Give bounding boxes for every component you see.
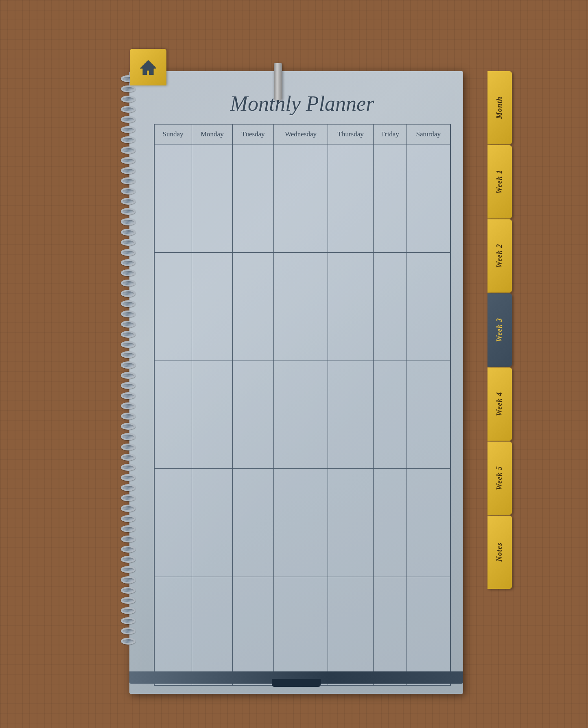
week4-fri[interactable] — [374, 469, 407, 577]
tab-month[interactable]: Month — [487, 71, 512, 144]
week4-sat[interactable] — [407, 469, 450, 577]
spiral-coil — [121, 617, 136, 624]
week4-tue[interactable] — [233, 469, 274, 577]
spiral-coil — [121, 259, 136, 266]
spiral-coil — [121, 177, 136, 184]
week5-sun[interactable] — [154, 577, 192, 685]
page-title: Monthly Planner — [154, 92, 451, 116]
spiral-coil — [121, 310, 136, 317]
tab-week2[interactable]: Week 2 — [487, 219, 512, 293]
tab-week4[interactable]: Week 4 — [487, 367, 512, 441]
spiral-coil — [121, 494, 136, 501]
week2-thu[interactable] — [328, 252, 374, 361]
pen-clip — [274, 63, 282, 100]
spiral-coil — [121, 85, 136, 92]
day-header-saturday: Saturday — [407, 124, 450, 144]
spiral-coil — [121, 382, 136, 389]
week2-tue[interactable] — [233, 252, 274, 361]
week2-wed[interactable] — [274, 252, 328, 361]
spiral-coil — [121, 413, 136, 420]
spiral-coil — [121, 126, 136, 133]
week3-sat[interactable] — [407, 361, 450, 469]
week4-mon[interactable] — [192, 469, 233, 577]
spiral-coil — [121, 157, 136, 164]
spiral-coil — [121, 587, 136, 594]
week5-wed[interactable] — [274, 577, 328, 685]
notebook-wrapper: Monthly Planner Sunday Monday Tuesday We… — [99, 22, 490, 706]
spiral-coil — [121, 218, 136, 225]
week3-mon[interactable] — [192, 361, 233, 469]
week5-sat[interactable] — [407, 577, 450, 685]
week2-fri[interactable] — [374, 252, 407, 361]
week3-sun[interactable] — [154, 361, 192, 469]
spiral-coil — [121, 423, 136, 430]
spiral-coil — [121, 321, 136, 328]
tab-week1[interactable]: Week 1 — [487, 145, 512, 219]
week2-sun[interactable] — [154, 252, 192, 361]
spiral-coil — [121, 627, 136, 634]
tab-week3-label: Week 3 — [495, 318, 504, 342]
week3-fri[interactable] — [374, 361, 407, 469]
spiral-coil — [121, 239, 136, 246]
tab-week1-label: Week 1 — [495, 170, 504, 194]
spiral-coil — [121, 597, 136, 604]
spiral-coil — [121, 96, 136, 103]
week1-wed[interactable] — [274, 144, 328, 253]
spiral-coil — [121, 464, 136, 471]
spiral-coil — [121, 607, 136, 614]
spiral-coil — [121, 146, 136, 153]
spiral-coil — [121, 638, 136, 645]
notebook-page: Monthly Planner Sunday Monday Tuesday We… — [129, 71, 463, 694]
spiral-coil — [121, 116, 136, 123]
spiral-coil — [121, 402, 136, 409]
week1-thu[interactable] — [328, 144, 374, 253]
spiral-coil — [121, 229, 136, 236]
spiral-coil — [121, 351, 136, 358]
week4-thu[interactable] — [328, 469, 374, 577]
spiral-coil — [121, 392, 136, 399]
spiral-coil — [121, 515, 136, 522]
week5-tue[interactable] — [233, 577, 274, 685]
week1-fri[interactable] — [374, 144, 407, 253]
week4-wed[interactable] — [274, 469, 328, 577]
week5-fri[interactable] — [374, 577, 407, 685]
week3-thu[interactable] — [328, 361, 374, 469]
tab-week3[interactable]: Week 3 — [487, 293, 512, 367]
tab-notes-label: Notes — [495, 542, 504, 562]
week1-mon[interactable] — [192, 144, 233, 253]
week4-sun[interactable] — [154, 469, 192, 577]
week1-sun[interactable] — [154, 144, 192, 253]
week3-tue[interactable] — [233, 361, 274, 469]
week-2-row — [154, 252, 450, 361]
spiral-coil — [121, 433, 136, 440]
spiral-coil — [121, 331, 136, 338]
week2-sat[interactable] — [407, 252, 450, 361]
spiral-coil — [121, 576, 136, 583]
spiral-coil — [121, 341, 136, 348]
week2-mon[interactable] — [192, 252, 233, 361]
spiral-coil — [121, 106, 136, 113]
week3-wed[interactable] — [274, 361, 328, 469]
spiral-coil — [121, 208, 136, 215]
day-header-sunday: Sunday — [154, 124, 192, 144]
spiral-coil — [121, 372, 136, 379]
tab-notes[interactable]: Notes — [487, 516, 512, 589]
week-5-row — [154, 577, 450, 685]
spiral-coil — [121, 290, 136, 297]
spiral-coil — [121, 474, 136, 481]
page-content: Monthly Planner Sunday Monday Tuesday We… — [129, 71, 463, 694]
week-1-row — [154, 144, 450, 253]
week-4-row — [154, 469, 450, 577]
tab-week5[interactable]: Week 5 — [487, 442, 512, 515]
spiral-coil — [121, 505, 136, 512]
tab-month-label: Month — [495, 96, 504, 119]
spiral-coil — [121, 484, 136, 491]
day-header-tuesday: Tuesday — [233, 124, 274, 144]
week1-sat[interactable] — [407, 144, 450, 253]
week5-mon[interactable] — [192, 577, 233, 685]
week1-tue[interactable] — [233, 144, 274, 253]
calendar-grid: Sunday Monday Tuesday Wednesday Thursday… — [154, 124, 451, 686]
home-icon — [138, 57, 158, 77]
week5-thu[interactable] — [328, 577, 374, 685]
home-tab[interactable] — [130, 49, 166, 85]
